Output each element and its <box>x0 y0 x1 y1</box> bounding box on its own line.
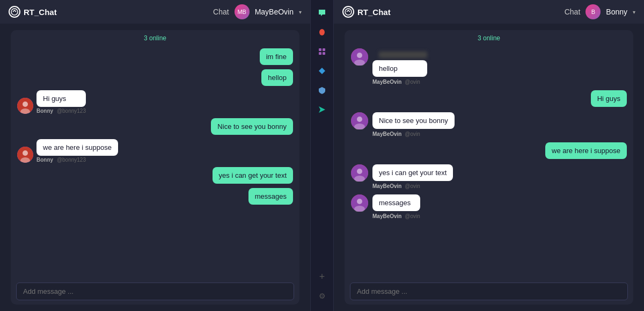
message-bubble: hellop <box>261 69 293 86</box>
right-input-area <box>345 278 633 305</box>
right-username: Bonny <box>606 8 627 16</box>
message-sender: Bonny @bonny123 <box>36 108 86 114</box>
right-message-sender: MayBeOvin @ovin <box>372 79 427 85</box>
right-message-input[interactable] <box>350 283 628 300</box>
left-user-avatar: MB <box>235 4 250 19</box>
right-message-avatar <box>351 48 368 66</box>
left-online-status: 3 online <box>11 30 299 44</box>
right-message-sender: MayBeOvin @ovin <box>372 131 455 137</box>
right-message-bubble: yes i can get your text <box>372 164 453 181</box>
svg-rect-8 <box>319 48 321 51</box>
paper-plane-icon[interactable] <box>313 101 331 118</box>
fire-icon[interactable] <box>313 24 331 41</box>
table-row: we are here i suppose Bonny @bonny123 <box>17 139 293 163</box>
right-message-bubble: we are here i suppose <box>545 142 627 159</box>
sidebar: + ⚙ <box>310 0 334 311</box>
right-header-right: Chat B Bonny ▾ <box>565 4 635 19</box>
right-chevron-icon[interactable]: ▾ <box>633 9 635 15</box>
right-message-avatar <box>351 112 368 129</box>
shield-icon[interactable] <box>313 82 331 99</box>
svg-point-14 <box>345 9 352 15</box>
message-bubble: Nice to see you bonny <box>211 118 293 135</box>
add-label: + <box>319 271 325 283</box>
left-header-right: Chat MB MayBeOvin ▾ <box>213 4 302 19</box>
message-bubble: messages <box>248 188 293 205</box>
svg-marker-12 <box>319 68 325 74</box>
right-logo-icon <box>342 6 354 18</box>
left-username: MayBeOvin <box>255 8 294 16</box>
right-message-avatar <box>351 194 368 212</box>
right-message-bubble: messages <box>372 194 420 211</box>
table-row: Hi guys Bonny @bonny123 <box>17 90 293 114</box>
right-user-avatar: B <box>586 4 601 19</box>
right-message-bubble: hellop <box>372 60 427 77</box>
right-message-sender: MayBeOvin @ovin <box>372 183 453 189</box>
table-row: Nice to see you bonny <box>17 118 293 135</box>
left-panel: RT_Chat Chat MB MayBeOvin ▾ 3 online im … <box>0 0 310 311</box>
svg-point-7 <box>319 29 325 35</box>
message-bubble: im fine <box>260 48 293 65</box>
diamond-icon[interactable] <box>313 62 331 79</box>
svg-point-22 <box>357 169 362 174</box>
right-bubble-group: hellop MayBeOvin @ovin <box>372 48 427 85</box>
right-bubble-group: yes i can get your text MayBeOvin @ovin <box>372 164 453 189</box>
grid-icon[interactable] <box>313 43 331 60</box>
table-row: we are here i suppose <box>351 142 627 159</box>
svg-point-19 <box>357 117 362 122</box>
message-avatar <box>17 98 33 114</box>
message-sender: Bonny @bonny123 <box>36 157 118 163</box>
right-message-sender: MayBeOvin @ovin <box>372 213 420 219</box>
right-bubble-group: messages MayBeOvin @ovin <box>372 194 420 219</box>
right-message-bubble: Nice to see you bonny <box>372 112 455 129</box>
left-app-name: RT_Chat <box>24 8 57 17</box>
svg-point-16 <box>357 53 362 58</box>
table-row: Nice to see you bonny MayBeOvin @ovin <box>351 112 627 137</box>
table-row: hellop <box>17 69 293 86</box>
table-row: hellop MayBeOvin @ovin <box>351 48 627 85</box>
table-row: yes i can get your text <box>17 167 293 184</box>
left-input-area <box>11 278 299 305</box>
svg-marker-13 <box>319 106 325 113</box>
left-chevron-icon[interactable]: ▾ <box>299 9 302 15</box>
right-panel: RT_Chat Chat B Bonny ▾ 3 online <box>334 0 644 311</box>
right-chat-window: 3 online hellop <box>345 30 633 305</box>
message-bubble: Hi guys <box>36 90 86 107</box>
blurred-name-bar <box>379 52 427 58</box>
table-row: im fine <box>17 48 293 65</box>
left-chat-label: Chat <box>213 8 229 16</box>
left-header: RT_Chat Chat MB MayBeOvin ▾ <box>0 0 310 24</box>
right-app-name: RT_Chat <box>357 8 391 17</box>
right-message-bubble: Hi guys <box>591 90 627 107</box>
right-message-avatar <box>351 164 368 182</box>
right-online-status: 3 online <box>345 30 633 44</box>
table-row: Hi guys <box>351 90 627 107</box>
right-header: RT_Chat Chat B Bonny ▾ <box>334 0 644 24</box>
svg-rect-10 <box>319 52 321 55</box>
right-chat-label: Chat <box>565 8 581 16</box>
message-avatar <box>17 147 33 163</box>
logo-icon <box>9 6 20 18</box>
table-row: messages MayBeOvin @ovin <box>351 194 627 219</box>
table-row: yes i can get your text MayBeOvin @ovin <box>351 164 627 189</box>
table-row: messages <box>17 188 293 205</box>
svg-rect-11 <box>323 52 325 55</box>
svg-rect-9 <box>323 48 325 51</box>
right-bubble-group: Nice to see you bonny MayBeOvin @ovin <box>372 112 455 137</box>
left-logo: RT_Chat <box>9 6 57 18</box>
message-bubble: yes i can get your text <box>213 167 293 184</box>
message-content: Hi guys Bonny @bonny123 <box>36 90 86 114</box>
left-chat-window: 3 online im fine hellop <box>11 30 299 305</box>
left-messages-container: im fine hellop Hi guys Bonny <box>11 44 299 278</box>
chat-bubble-icon[interactable] <box>313 4 331 21</box>
add-icon[interactable]: + <box>313 268 331 285</box>
svg-point-25 <box>357 199 362 204</box>
left-message-input[interactable] <box>16 283 294 300</box>
gear-icon[interactable]: ⚙ <box>313 287 331 305</box>
right-logo: RT_Chat <box>342 6 391 18</box>
gear-label: ⚙ <box>319 292 326 300</box>
svg-point-2 <box>23 102 28 107</box>
message-content: we are here i suppose Bonny @bonny123 <box>36 139 118 163</box>
svg-point-0 <box>11 9 18 15</box>
svg-point-5 <box>23 150 28 156</box>
right-messages-container: hellop MayBeOvin @ovin Hi guys <box>345 44 633 278</box>
